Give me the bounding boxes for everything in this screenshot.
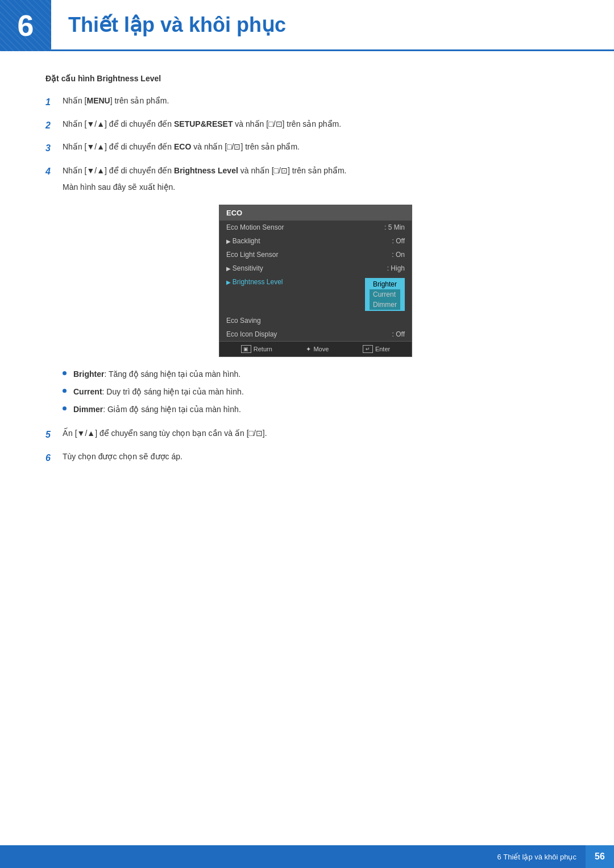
osd-enter-label: Enter bbox=[375, 346, 390, 352]
osd-footer: ▣ Return ✦ Move ↵ Enter bbox=[219, 341, 412, 356]
steps-list-2: 5 Ấn [▼/▲] để chuyển sang tùy chọn bạn c… bbox=[45, 427, 569, 465]
osd-value-eco-motion: : 5 Min bbox=[384, 223, 405, 231]
chapter-badge: 6 bbox=[0, 0, 51, 51]
footer-chapter-label: 6 Thiết lập và khôi phục bbox=[497, 853, 586, 861]
step-text-1: Nhấn [MENU] trên sản phẩm. bbox=[63, 94, 569, 107]
osd-dropdown-brightness: Brighter Current Dimmer bbox=[365, 278, 405, 311]
section-heading: Đặt cấu hình Brightness Level bbox=[45, 74, 569, 83]
bullet-dot-3 bbox=[63, 406, 67, 410]
step-number-5: 5 bbox=[45, 427, 63, 442]
page-content: Đặt cấu hình Brightness Level 1 Nhấn [ME… bbox=[0, 74, 614, 522]
osd-return-label: Return bbox=[254, 346, 272, 352]
osd-title: ECO bbox=[219, 205, 412, 221]
bullet-dot-2 bbox=[63, 389, 67, 393]
osd-option-current: Current bbox=[370, 289, 400, 300]
osd-option-brighter: Brighter bbox=[370, 279, 400, 289]
osd-value-backlight: : Off bbox=[392, 237, 405, 245]
chapter-number: 6 bbox=[18, 9, 34, 43]
step-text-5: Ấn [▼/▲] để chuyển sang tùy chọn bạn cần… bbox=[63, 427, 569, 439]
step-1: 1 Nhấn [MENU] trên sản phẩm. bbox=[45, 94, 569, 110]
osd-option-dimmer: Dimmer bbox=[370, 300, 400, 310]
step-number-3: 3 bbox=[45, 140, 63, 156]
osd-screen: ECO Eco Motion Sensor : 5 Min Backlight … bbox=[219, 205, 412, 357]
osd-row-eco-motion: Eco Motion Sensor : 5 Min bbox=[219, 221, 412, 234]
osd-label-ecolight: Eco Light Sensor bbox=[226, 251, 278, 259]
osd-row-ecolight: Eco Light Sensor : On bbox=[219, 248, 412, 261]
osd-label-ecoicon: Eco Icon Display bbox=[226, 330, 277, 338]
step-6: 6 Tùy chọn được chọn sẽ được áp. bbox=[45, 450, 569, 466]
step-number-2: 2 bbox=[45, 118, 63, 133]
osd-label-brightness: Brightness Level bbox=[226, 278, 283, 286]
step-number-6: 6 bbox=[45, 450, 63, 466]
osd-footer-move: ✦ Move bbox=[306, 346, 329, 353]
osd-move-label: Move bbox=[313, 346, 329, 352]
bullet-list: Brighter: Tăng độ sáng hiện tại của màn … bbox=[63, 368, 569, 416]
osd-row-brightness: Brightness Level Brighter Current Dimmer bbox=[219, 275, 412, 314]
chapter-title-container: Thiết lập và khôi phục bbox=[51, 0, 614, 51]
osd-row-ecosaving: Eco Saving bbox=[219, 314, 412, 327]
step-text-4: Nhấn [▼/▲] để di chuyển đến Brightness L… bbox=[63, 166, 347, 175]
step-text-3: Nhấn [▼/▲] để di chuyển đến ECO và nhấn … bbox=[63, 140, 569, 153]
osd-row-backlight: Backlight : Off bbox=[219, 234, 412, 248]
bullet-dot-1 bbox=[63, 371, 67, 375]
steps-list: 1 Nhấn [MENU] trên sản phẩm. 2 Nhấn [▼/▲… bbox=[45, 94, 569, 193]
osd-row-sensitivity: Sensitivity : High bbox=[219, 261, 412, 275]
osd-container: ECO Eco Motion Sensor : 5 Min Backlight … bbox=[63, 205, 569, 357]
step-4: 4 Nhấn [▼/▲] để di chuyển đến Brightness… bbox=[45, 164, 569, 193]
step-number-4: 4 bbox=[45, 164, 63, 179]
osd-value-ecolight: : On bbox=[392, 251, 405, 259]
bullet-brighter: Brighter: Tăng độ sáng hiện tại của màn … bbox=[63, 368, 569, 380]
step-5: 5 Ấn [▼/▲] để chuyển sang tùy chọn bạn c… bbox=[45, 427, 569, 442]
step-sub-4: Màn hình sau đây sẽ xuất hiện. bbox=[63, 181, 347, 193]
osd-footer-return: ▣ Return bbox=[241, 345, 272, 353]
osd-footer-enter: ↵ Enter bbox=[363, 345, 390, 353]
step-text-2: Nhấn [▼/▲] để di chuyển đến SETUP&RESET … bbox=[63, 118, 569, 130]
page-header: 6 Thiết lập và khôi phục bbox=[0, 0, 614, 51]
osd-label-eco-motion: Eco Motion Sensor bbox=[226, 223, 284, 231]
step-number-1: 1 bbox=[45, 94, 63, 110]
bullet-text-current: Current: Duy trì độ sáng hiện tại của mà… bbox=[73, 386, 244, 398]
move-icon: ✦ bbox=[306, 346, 311, 353]
step-text-6: Tùy chọn được chọn sẽ được áp. bbox=[63, 450, 569, 463]
enter-icon: ↵ bbox=[363, 345, 373, 353]
page-footer: 6 Thiết lập và khôi phục 56 bbox=[0, 845, 614, 868]
footer-page-number: 56 bbox=[586, 845, 614, 868]
osd-value-ecoicon: : Off bbox=[392, 330, 405, 338]
osd-label-ecosaving: Eco Saving bbox=[226, 317, 261, 325]
osd-row-ecoicon: Eco Icon Display : Off bbox=[219, 327, 412, 341]
osd-label-sensitivity: Sensitivity bbox=[226, 264, 263, 272]
bullet-text-brighter: Brighter: Tăng độ sáng hiện tại của màn … bbox=[73, 368, 240, 380]
osd-value-sensitivity: : High bbox=[387, 264, 405, 272]
chapter-title: Thiết lập và khôi phục bbox=[68, 13, 286, 37]
bullet-text-dimmer: Dimmer: Giảm độ sáng hiện tại của màn hì… bbox=[73, 404, 241, 416]
return-icon: ▣ bbox=[241, 345, 251, 353]
step-3: 3 Nhấn [▼/▲] để di chuyển đến ECO và nhấ… bbox=[45, 140, 569, 156]
bullet-current: Current: Duy trì độ sáng hiện tại của mà… bbox=[63, 386, 569, 398]
bullet-dimmer: Dimmer: Giảm độ sáng hiện tại của màn hì… bbox=[63, 404, 569, 416]
osd-label-backlight: Backlight bbox=[226, 237, 260, 245]
step-2: 2 Nhấn [▼/▲] để di chuyển đến SETUP&RESE… bbox=[45, 118, 569, 133]
